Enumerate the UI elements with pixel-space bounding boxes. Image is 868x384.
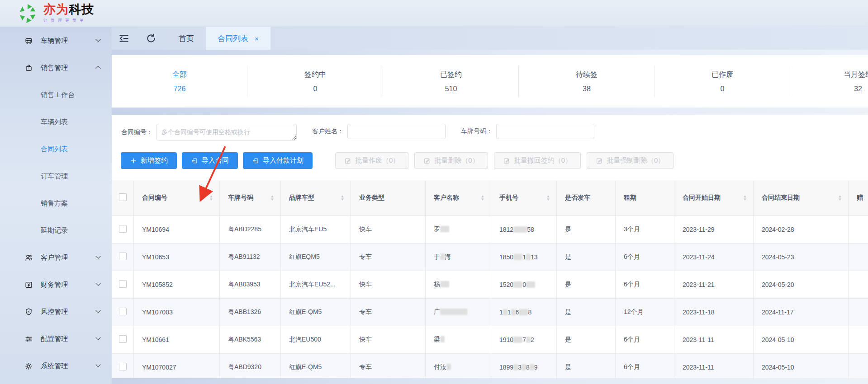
cell-customer: 付汝 [426, 353, 491, 378]
sidebar-item-users[interactable]: 客户管理 [0, 244, 112, 271]
sidebar-subitem[interactable]: 车辆列表 [0, 108, 112, 136]
row-checkbox[interactable] [119, 335, 127, 343]
brand-name-secondary: 科技 [69, 3, 94, 16]
row-checkbox[interactable] [119, 280, 127, 288]
sidebar-item-car[interactable]: 车辆管理 [0, 27, 112, 54]
sidebar-subitem[interactable]: 销售方案 [0, 190, 112, 217]
cell-text: 0 [522, 281, 526, 288]
stat-filter[interactable]: 已签约510 [383, 55, 519, 108]
sidebar-subitem[interactable]: 销售工作台 [0, 81, 112, 108]
batch-withdraw-button[interactable]: 批量撤回签约（0） [494, 152, 581, 169]
shield-icon [24, 308, 33, 316]
stat-filter[interactable]: 当月签约32 [790, 55, 868, 108]
sidebar-subitem-label: 延期记录 [41, 226, 68, 235]
add-contract-button[interactable]: 新增签约 [121, 152, 177, 169]
column-header-inner: 品牌车型▲▼ [289, 194, 344, 202]
redacted-block [530, 364, 534, 370]
row-checkbox[interactable] [119, 225, 127, 233]
cell-start_date: 2023-11-11 [674, 326, 754, 353]
cell-phone: 191072 [491, 326, 557, 353]
tab-label: 首页 [179, 33, 194, 44]
sort-caret-icon[interactable]: ▲▼ [209, 195, 213, 201]
tab-item[interactable]: 首页 [167, 27, 206, 50]
batch-force-delete-button[interactable]: 批量强制删除（0） [587, 152, 674, 169]
stat-filter[interactable]: 签约中0 [247, 55, 383, 108]
import-contract-button[interactable]: 导入合同 [182, 152, 238, 169]
sidebar-item-gear[interactable]: 系统管理 [0, 352, 112, 379]
button-label: 批量强制删除（0） [607, 156, 664, 165]
column-label: 合同编号 [142, 194, 167, 202]
stat-label: 已签约 [440, 70, 462, 80]
sidebar-item-sliders[interactable]: 配置管理 [0, 325, 112, 352]
cell-term: 12个月 [616, 298, 674, 326]
cell-term: 3个月 [616, 215, 674, 243]
column-header-customer[interactable]: 客户名称▲▼ [426, 180, 491, 215]
column-header-plate[interactable]: 车牌号码▲▼ [220, 180, 281, 215]
sort-caret-icon[interactable]: ▲▼ [546, 195, 550, 201]
customer-name-input[interactable] [347, 124, 446, 139]
cell-shipped: 是 [557, 353, 616, 378]
tab-close-icon[interactable]: × [255, 35, 259, 42]
sort-caret-icon[interactable]: ▲▼ [341, 195, 344, 201]
sidebar-item-label: 财务管理 [41, 281, 96, 289]
select-all-checkbox[interactable] [119, 193, 127, 201]
batch-void-button[interactable]: 批量作废（0） [335, 152, 408, 169]
brand-name-primary: 亦为 [43, 3, 69, 16]
sort-caret-icon[interactable]: ▲▼ [838, 195, 842, 201]
row-checkbox[interactable] [119, 253, 127, 260]
contract-no-textarea[interactable] [157, 124, 297, 140]
cell-contract_no: YM1070027 [134, 353, 220, 378]
cell-end_date: 2024-05-23 [754, 243, 849, 271]
row-checkbox[interactable] [119, 363, 127, 370]
cell-text: 7 [522, 336, 526, 343]
column-header-model[interactable]: 品牌车型▲▼ [281, 180, 351, 215]
plate-no-input[interactable] [496, 124, 594, 139]
cell-start_date: 2023-11-18 [674, 298, 754, 326]
sidebar-item-shield[interactable]: 风控管理 [0, 298, 112, 325]
sidebar-subitem[interactable]: 订车管理 [0, 163, 112, 190]
sidebar-item-finance[interactable]: 财务管理 [0, 271, 112, 298]
stat-label: 当月签约 [844, 70, 868, 80]
redacted-block [511, 309, 516, 315]
sidebar-subitem[interactable]: 合同列表 [0, 136, 112, 163]
cell-contract_no: YM10694 [134, 215, 220, 243]
stat-label: 签约中 [304, 70, 326, 80]
sort-caret-icon[interactable]: ▲▼ [743, 195, 747, 201]
cell-text: 1 [499, 309, 503, 316]
sort-caret-icon[interactable]: ▲▼ [270, 195, 274, 201]
cell-text: 3 [518, 364, 522, 371]
import-payment-plan-button[interactable]: 导入付款计划 [243, 152, 313, 169]
sidebar-subitem[interactable]: 延期记录 [0, 217, 112, 244]
cell-model: 北汽EU500 [281, 326, 351, 353]
column-header-phone[interactable]: 手机号▲▼ [491, 180, 557, 215]
stat-filter[interactable]: 全部726 [112, 55, 247, 108]
row-checkbox[interactable] [119, 308, 127, 315]
sort-caret-icon[interactable]: ▲▼ [481, 195, 484, 201]
filter-label: 客户姓名： [312, 127, 344, 136]
gear-icon [24, 362, 33, 370]
column-header-inner: 租期 [624, 194, 668, 202]
refresh-icon[interactable] [145, 33, 157, 44]
finance-icon [24, 281, 33, 289]
column-header-start_date[interactable]: 合同开始日期▲▼ [674, 180, 754, 215]
redacted-block [513, 254, 522, 260]
stat-value: 726 [174, 85, 186, 93]
stat-filter[interactable]: 已作废0 [655, 55, 790, 108]
cell-shipped: 是 [557, 271, 616, 298]
redacted-block [513, 364, 518, 370]
cell-text: 13 [531, 253, 538, 261]
tab-active[interactable]: 合同列表× [206, 27, 270, 50]
column-header-inner: 合同编号▲▼ [142, 194, 213, 202]
cell-text: 1812 [499, 226, 513, 233]
stat-filter[interactable]: 待续签38 [519, 55, 655, 108]
edit-icon [423, 157, 431, 164]
collapse-sidebar-icon[interactable] [118, 33, 130, 44]
batch-delete-button[interactable]: 批量删除（0） [414, 152, 488, 169]
column-header-contract_no[interactable]: 合同编号▲▼ [134, 180, 220, 215]
edit-icon [503, 157, 510, 164]
table-row: YM10694粤ABD2285北京汽车EU5快车罗181258是3个月2023-… [112, 215, 868, 243]
column-label: 租期 [624, 194, 636, 202]
redacted-block [526, 254, 531, 260]
sidebar-item-sales[interactable]: 销售管理 [0, 54, 112, 81]
column-header-end_date[interactable]: 合同结束日期▲▼ [754, 180, 849, 215]
